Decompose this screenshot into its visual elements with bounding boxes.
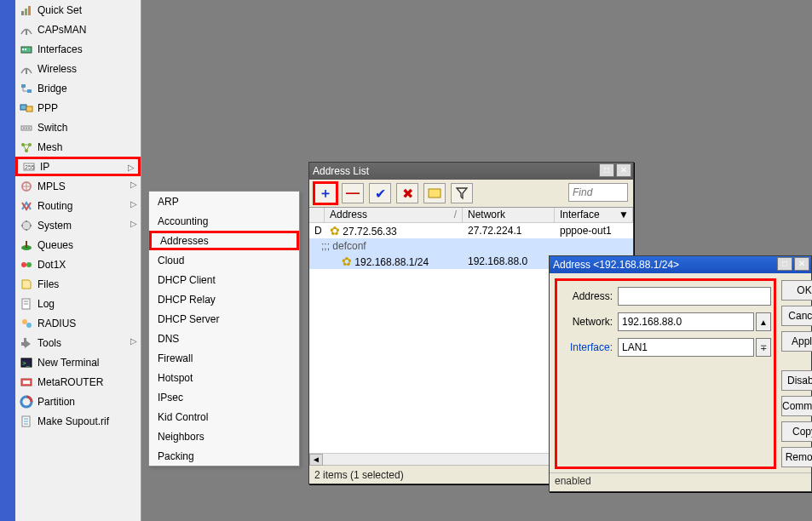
sidebar-item-mesh[interactable]: Mesh <box>15 137 141 157</box>
svg-point-26 <box>26 262 32 267</box>
svg-point-25 <box>21 262 26 267</box>
window-minimize-icon[interactable]: □ <box>599 163 614 177</box>
copy-button[interactable]: Copy <box>781 421 812 442</box>
svg-rect-1 <box>25 9 27 15</box>
submenu-item-cloud[interactable]: Cloud <box>149 250 299 270</box>
sidebar-item-quick-set[interactable]: Quick Set <box>15 0 141 20</box>
row-address: 27.72.56.33 <box>343 226 396 238</box>
submenu-label: DHCP Client <box>158 274 216 286</box>
submenu-item-accounting[interactable]: Accounting <box>149 211 299 231</box>
sidebar-item-files[interactable]: Files <box>15 274 141 294</box>
interface-dropdown-icon[interactable]: ∓ <box>756 338 771 357</box>
sidebar-item-log[interactable]: Log <box>15 294 141 313</box>
submenu-item-packing[interactable]: Packing <box>149 446 299 466</box>
apply-button[interactable]: Apply <box>781 331 812 352</box>
submenu-label: IPsec <box>158 392 183 404</box>
ok-button[interactable]: OK <box>781 280 812 301</box>
sidebar: Quick SetCAPsMANInterfacesWirelessBridge… <box>15 0 141 521</box>
add-button[interactable]: ＋ <box>314 183 337 203</box>
window-close-icon[interactable]: ✕ <box>616 163 631 177</box>
address-input[interactable] <box>618 287 771 306</box>
svg-rect-5 <box>22 49 24 50</box>
enable-button[interactable]: ✔ <box>369 183 391 203</box>
submenu-label: Packing <box>158 450 194 462</box>
svg-point-13 <box>23 127 25 129</box>
status-text: 2 items (1 selected) <box>314 469 404 481</box>
window-title-bar[interactable]: Address <192.168.88.1/24> □ ✕ <box>550 256 811 273</box>
sidebar-item-label: IP <box>40 161 49 173</box>
sidebar-item-mpls[interactable]: MPLS▷ <box>15 176 141 196</box>
address-icon: ✿ <box>330 224 340 238</box>
submenu-item-addresses[interactable]: Addresses <box>149 231 299 250</box>
svg-text:255: 255 <box>25 164 35 170</box>
col-address: Address <box>330 209 367 221</box>
svg-rect-11 <box>26 106 32 112</box>
sidebar-item-metarouter[interactable]: MetaROUTER <box>15 372 141 392</box>
toolbar: ＋ — ✔ ✖ <box>309 180 633 207</box>
window-close-icon[interactable]: ✕ <box>794 257 809 271</box>
submenu-item-neighbors[interactable]: Neighbors <box>149 427 299 446</box>
menu-icon <box>19 278 34 291</box>
sidebar-item-make-supout-rif[interactable]: Make Supout.rif <box>15 411 141 431</box>
submenu-item-ipsec[interactable]: IPsec <box>149 387 299 407</box>
sidebar-item-bridge[interactable]: Bridge <box>15 78 141 98</box>
sidebar-item-interfaces[interactable]: Interfaces <box>15 39 141 59</box>
sidebar-item-radius[interactable]: RADIUS <box>15 313 141 333</box>
sidebar-item-ip[interactable]: 255IP▷ <box>15 157 141 176</box>
interface-input[interactable] <box>618 338 754 357</box>
submenu-label: Addresses <box>160 235 209 247</box>
network-input[interactable] <box>618 312 754 331</box>
sidebar-item-partition[interactable]: Partition <box>15 392 141 411</box>
cancel-button[interactable]: Cancel <box>781 306 812 326</box>
sidebar-item-switch[interactable]: Switch <box>15 117 141 137</box>
comment-button[interactable]: Comment <box>781 396 812 416</box>
submenu-item-arp[interactable]: ARP <box>149 192 299 211</box>
submenu-label: Neighbors <box>158 431 204 443</box>
network-up-icon[interactable]: ▲ <box>756 312 771 331</box>
row-interface: pppoe-out1 <box>555 225 633 237</box>
window-title-bar[interactable]: Address List □ ✕ <box>309 163 633 180</box>
submenu-item-dhcp-server[interactable]: DHCP Server <box>149 309 299 329</box>
table-header[interactable]: Address/ Network Interface▼ <box>309 208 633 223</box>
sidebar-item-tools[interactable]: Tools▷ <box>15 333 141 352</box>
submenu-item-dhcp-client[interactable]: DHCP Client <box>149 270 299 289</box>
window-minimize-icon[interactable]: □ <box>777 257 792 271</box>
menu-icon <box>19 219 34 232</box>
address-label: Address: <box>560 290 613 302</box>
sidebar-item-label: Mesh <box>37 141 62 153</box>
sidebar-item-dot1x[interactable]: Dot1X <box>15 255 141 274</box>
sidebar-item-label: Files <box>37 278 59 290</box>
disable-button[interactable]: Disable <box>781 370 812 391</box>
menu-icon <box>19 297 34 311</box>
table-row[interactable]: D ✿ 27.72.56.33 27.72.224.1 pppoe-out1 <box>309 223 633 238</box>
remove-button[interactable]: — <box>342 183 364 203</box>
menu-icon <box>19 375 34 389</box>
sidebar-item-ppp[interactable]: PPP <box>15 98 141 117</box>
svg-rect-3 <box>26 30 27 35</box>
sidebar-item-system[interactable]: System▷ <box>15 215 141 235</box>
sidebar-item-capsman[interactable]: CAPsMAN <box>15 20 141 39</box>
sidebar-item-new-terminal[interactable]: >_New Terminal <box>15 352 141 372</box>
table-comment-row[interactable]: ;;; defconf <box>309 238 633 254</box>
submenu-arrow-icon: ▷ <box>130 219 137 228</box>
menu-icon <box>19 43 34 56</box>
find-input[interactable] <box>568 183 628 202</box>
col-network: Network <box>463 208 555 222</box>
scroll-left-icon[interactable]: ◄ <box>309 454 323 466</box>
sidebar-item-queues[interactable]: Queues <box>15 235 141 255</box>
svg-rect-6 <box>25 49 26 50</box>
disable-button[interactable]: ✖ <box>396 183 418 203</box>
submenu-item-kid-control[interactable]: Kid Control <box>149 407 299 427</box>
dialog-status: enabled <box>550 472 811 491</box>
submenu-item-firewall[interactable]: Firewall <box>149 348 299 368</box>
sidebar-item-routing[interactable]: Routing▷ <box>15 196 141 215</box>
comment-button[interactable] <box>423 183 446 203</box>
remove-button[interactable]: Remove <box>781 447 812 467</box>
submenu-item-dns[interactable]: DNS <box>149 329 299 348</box>
menu-icon: 255 <box>21 160 37 174</box>
submenu-item-hotspot[interactable]: Hotspot <box>149 368 299 387</box>
submenu-label: ARP <box>158 196 179 208</box>
submenu-item-dhcp-relay[interactable]: DHCP Relay <box>149 289 299 309</box>
filter-button[interactable] <box>451 183 473 203</box>
sidebar-item-wireless[interactable]: Wireless <box>15 59 141 78</box>
